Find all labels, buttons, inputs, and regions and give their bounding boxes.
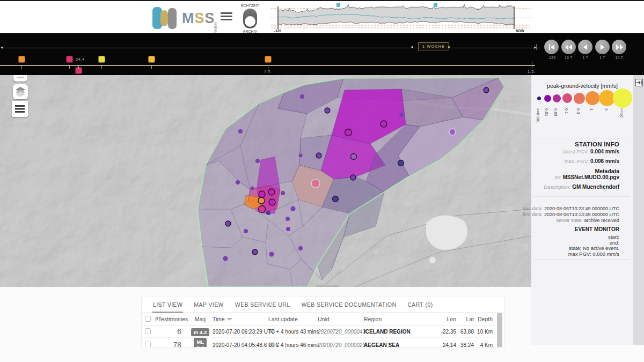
- table-scrollbar[interactable]: [497, 313, 502, 348]
- column-header: Lat: [458, 316, 476, 322]
- station-marker[interactable]: [484, 87, 489, 93]
- station-marker[interactable]: [268, 189, 275, 195]
- map-view[interactable]: [0, 75, 531, 287]
- station-marker[interactable]: [449, 129, 456, 135]
- station-marker[interactable]: [251, 187, 254, 190]
- control-label: 10 T: [561, 56, 576, 60]
- timeline-range-track: [4, 48, 541, 48]
- tab-web-service-documentation[interactable]: WEB SERVICE DOCUMENTATION: [301, 297, 397, 312]
- station-marker[interactable]: [286, 217, 290, 221]
- timeline-control-skipstart[interactable]: -120: [544, 40, 559, 60]
- event-list-panel: LIST VIEWMAP VIEWWEB SERVICE URLWEB SERV…: [141, 297, 504, 348]
- event-time: 2020-07-20 06:23:29 UTC: [213, 329, 268, 335]
- station-marker[interactable]: [223, 256, 228, 261]
- sort-filter-icon[interactable]: [227, 317, 232, 322]
- realtime-waveform[interactable]: -120 NOW: [271, 2, 535, 33]
- timeline-controls: -12010 T1 T1 T10 T: [544, 40, 630, 69]
- station-marker[interactable]: [266, 211, 270, 215]
- select-all-checkbox[interactable]: [145, 316, 151, 322]
- station-marker[interactable]: [269, 252, 274, 257]
- timeline-bar[interactable]: ◂ ▸▏ ◂ 1 WOCHE ▸ -12010 T1 T1 T10 T 24.4…: [0, 33, 644, 75]
- timeline-tick: [268, 65, 268, 69]
- timeline-event-marker[interactable]: [148, 56, 155, 63]
- column-header: Unid: [318, 316, 364, 322]
- control-label: 1 T: [578, 56, 593, 60]
- station-marker[interactable]: [259, 206, 266, 213]
- event-monitor-row: state: No active event.: [569, 245, 619, 251]
- timeline-tick: [101, 65, 102, 69]
- timeline-event-marker[interactable]: [98, 56, 105, 63]
- divider: [533, 259, 630, 260]
- timeline-tick: [78, 65, 79, 69]
- realtime-archive-toggle[interactable]: ECHTZEIT ARCHIV: [238, 4, 262, 33]
- station-marker[interactable]: [333, 196, 339, 202]
- collapse-panel-icon[interactable]: [635, 79, 643, 86]
- legend-label: >=10: [620, 108, 624, 117]
- event-lon: 24.14: [434, 342, 458, 348]
- event-depth: 10 Km: [476, 329, 496, 335]
- station-marker[interactable]: [291, 206, 296, 211]
- latest-pgv: latest PGV: 0.004 mm/s: [564, 149, 619, 154]
- toggle-pill[interactable]: [243, 9, 257, 28]
- sidebar-scroll-track[interactable]: [633, 75, 644, 345]
- menu-icon[interactable]: [221, 12, 232, 21]
- timeline-control-stepback[interactable]: 1 T: [578, 40, 593, 60]
- range-label[interactable]: 1 WOCHE: [418, 42, 449, 50]
- tab-cart-0-[interactable]: CART (0): [407, 297, 433, 312]
- row-checkbox[interactable]: [145, 342, 151, 348]
- station-marker[interactable]: [252, 249, 258, 255]
- event-monitor-row: end:: [610, 240, 620, 246]
- station-marker[interactable]: [299, 154, 303, 158]
- station-marker[interactable]: [325, 108, 330, 113]
- timeline-control-forward[interactable]: 10 T: [612, 40, 627, 60]
- event-time: 2020-07-20 04:05:48.6 UTC: [213, 342, 268, 348]
- station-marker[interactable]: [244, 229, 248, 233]
- menu-label: MENÜ: [214, 23, 217, 34]
- server-state: server state: archive received: [556, 218, 619, 223]
- station-marker[interactable]: [259, 191, 265, 197]
- timeline-event-marker[interactable]: [18, 56, 25, 63]
- station-marker[interactable]: [380, 121, 387, 127]
- last-update: T0 + 4 hours 43 mins: [268, 329, 318, 335]
- magnitude-badge: m 4.3: [191, 328, 209, 336]
- station-marker[interactable]: [351, 154, 357, 160]
- timeline-event-marker[interactable]: [66, 56, 73, 63]
- station-marker[interactable]: [281, 191, 285, 195]
- station-marker[interactable]: [286, 227, 290, 231]
- layers-icon[interactable]: [13, 84, 28, 99]
- range-shrink-arrow[interactable]: ◂: [411, 44, 413, 49]
- range-grow-arrow[interactable]: ▸: [448, 44, 451, 49]
- station-marker[interactable]: [238, 129, 243, 134]
- station-marker[interactable]: [258, 197, 265, 204]
- row-checkbox[interactable]: [145, 328, 151, 334]
- station-marker[interactable]: [398, 160, 404, 166]
- station-marker[interactable]: [300, 94, 304, 99]
- timeline-control-play[interactable]: 1 T: [595, 40, 610, 60]
- map-tool-button-top[interactable]: [13, 75, 27, 82]
- station-marker[interactable]: [350, 175, 356, 180]
- timeline-control-rewind[interactable]: 10 T: [561, 40, 576, 60]
- station-marker[interactable]: [236, 180, 240, 184]
- tab-list-view[interactable]: LIST VIEW: [152, 297, 183, 312]
- toggle-knob[interactable]: [245, 16, 255, 27]
- tab-map-view[interactable]: MAP VIEW: [193, 297, 224, 312]
- station-marker[interactable]: [399, 113, 404, 117]
- station-marker[interactable]: [316, 153, 321, 158]
- map-menu-icon[interactable]: [12, 101, 28, 117]
- tab-web-service-url[interactable]: WEB SERVICE URL: [235, 297, 291, 312]
- legend-label: 0.03: [554, 108, 558, 116]
- table-row[interactable]: 78ML3.42020-07-20 04:05:48.6 UTCT0 + 4 h…: [142, 338, 496, 348]
- legend-dot: [562, 93, 572, 103]
- map-bottom-handle[interactable]: [316, 285, 339, 287]
- table-row[interactable]: 6m 4.32020-07-20 06:23:29 UTCT0 + 4 hour…: [142, 326, 496, 338]
- station-marker[interactable]: [225, 221, 231, 226]
- column-header: #Testimonies: [153, 316, 188, 322]
- station-marker[interactable]: [298, 246, 303, 250]
- timeline-event-marker[interactable]: [265, 56, 272, 63]
- station-description: Description: GM Muenchendorf: [544, 184, 619, 190]
- station-marker[interactable]: [311, 179, 320, 188]
- station-marker[interactable]: [269, 199, 275, 205]
- column-header[interactable]: Time: [213, 316, 268, 322]
- station-marker[interactable]: [345, 129, 352, 136]
- station-marker[interactable]: [255, 159, 260, 163]
